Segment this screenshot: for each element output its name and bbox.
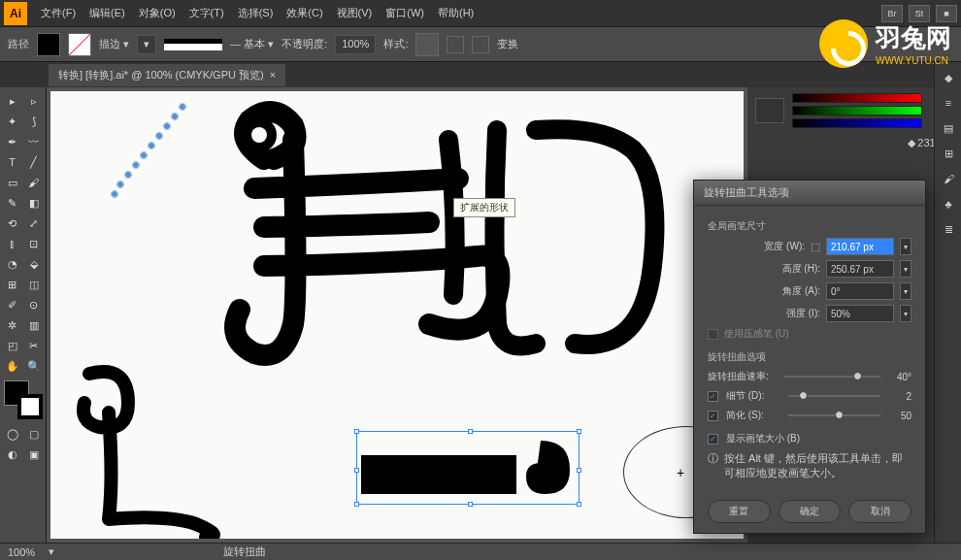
dialog-title[interactable]: 旋转扭曲工具选项	[694, 181, 925, 206]
brushes-icon[interactable]: 🖌	[939, 169, 958, 188]
brush-tool[interactable]: 🖌	[23, 173, 44, 192]
magic-wand-tool[interactable]: ✦	[2, 112, 22, 131]
detail-slider[interactable]	[788, 395, 880, 397]
width-dropdown[interactable]: ▾	[900, 238, 911, 255]
rate-value: 40°	[888, 372, 911, 382]
stroke-profile[interactable]	[164, 39, 222, 50]
line-tool[interactable]: ╱	[23, 152, 44, 172]
green-slider[interactable]	[792, 106, 922, 115]
graph-tool[interactable]: ▥	[23, 315, 44, 335]
swatches-icon[interactable]: ⊞	[939, 144, 958, 163]
ok-button[interactable]: 确定	[779, 500, 842, 523]
show-brush-checkbox[interactable]: ✓	[708, 434, 718, 445]
menu-view[interactable]: 视图(V)	[331, 2, 379, 24]
red-slider[interactable]	[792, 93, 922, 103]
simplify-checkbox[interactable]: ✓	[708, 411, 718, 421]
mesh-tool[interactable]: ⊞	[2, 275, 22, 294]
rotate-tool[interactable]: ⟲	[2, 214, 22, 233]
info-icon: ⓘ	[708, 451, 718, 480]
shape-icon[interactable]	[472, 36, 489, 53]
height-input[interactable]	[826, 260, 894, 278]
angle-label: 角度 (A):	[782, 284, 820, 298]
layers-icon[interactable]: ≡	[939, 93, 958, 113]
rectangle-tool[interactable]: ▭	[2, 173, 22, 192]
menu-help[interactable]: 帮助(H)	[432, 2, 480, 24]
menu-window[interactable]: 窗口(W)	[380, 2, 430, 24]
transform-link[interactable]: 变换	[497, 37, 518, 51]
selection-tool[interactable]: ▸	[2, 91, 22, 111]
canvas[interactable]: 扩展的形状 +	[50, 91, 744, 539]
zoom-tool[interactable]: 🔍	[23, 356, 44, 376]
height-dropdown[interactable]: ▾	[900, 260, 911, 278]
simplify-slider[interactable]	[788, 414, 880, 416]
artboard-tool[interactable]: ◰	[2, 336, 22, 355]
align-icon[interactable]	[447, 36, 464, 53]
detail-checkbox[interactable]: ✓	[708, 391, 718, 402]
watermark-url: WWW.YUTU.CN	[876, 55, 951, 66]
reset-button[interactable]: 重置	[708, 500, 771, 523]
link-icon[interactable]: ⬚	[811, 241, 820, 253]
scale-tool[interactable]: ⤢	[23, 214, 44, 233]
watermark-icon	[819, 19, 868, 68]
width-label: 宽度 (W):	[764, 240, 805, 253]
menu-object[interactable]: 对象(O)	[133, 2, 182, 24]
properties-icon[interactable]: ◆	[939, 68, 958, 87]
cancel-button[interactable]: 取消	[848, 500, 911, 523]
intensity-input[interactable]	[826, 305, 894, 322]
zoom-level[interactable]: 100%	[8, 546, 35, 558]
eraser-tool[interactable]: ◧	[23, 193, 44, 213]
menu-edit[interactable]: 编辑(E)	[83, 2, 131, 24]
eyedropper-tool[interactable]: ✐	[2, 295, 22, 314]
symbols-icon[interactable]: ♣	[939, 194, 958, 214]
free-transform-tool[interactable]: ⊡	[23, 234, 44, 253]
black-bar-shape[interactable]	[361, 455, 516, 494]
angle-dropdown[interactable]: ▾	[900, 282, 911, 300]
current-tool: 旋转扭曲	[223, 544, 266, 559]
direct-select-tool[interactable]: ▹	[23, 91, 44, 111]
opacity-value[interactable]: 100%	[335, 35, 376, 54]
close-tab-icon[interactable]: ×	[270, 69, 276, 81]
width-input[interactable]	[826, 238, 894, 255]
stroke-color[interactable]	[17, 394, 43, 419]
draw-mode[interactable]: ◯	[2, 424, 22, 444]
stroke-label[interactable]: 描边 ▾	[99, 37, 129, 51]
color-mode[interactable]: ◐	[2, 445, 22, 464]
intensity-dropdown[interactable]: ▾	[900, 305, 911, 322]
screen-mode[interactable]: ▢	[23, 424, 44, 444]
pen-tool[interactable]: ✒	[2, 132, 22, 151]
menu-select[interactable]: 选择(S)	[232, 2, 280, 24]
width-tool[interactable]: ⫿	[2, 234, 22, 253]
color-preview[interactable]	[755, 98, 784, 123]
fill-swatch[interactable]	[37, 33, 60, 56]
menu-type[interactable]: 文字(T)	[183, 2, 230, 24]
brush-def[interactable]: — 基本 ▾	[230, 37, 274, 51]
slice-tool[interactable]: ✂	[23, 336, 44, 355]
stroke-swatch[interactable]	[68, 33, 91, 56]
shaper-tool[interactable]: ✎	[2, 193, 22, 213]
swirl-shape[interactable]	[507, 436, 575, 504]
libraries-icon[interactable]: ▤	[939, 118, 958, 138]
curvature-tool[interactable]: 〰	[23, 132, 44, 151]
style-label: 样式:	[383, 37, 408, 51]
document-tab[interactable]: 转换] [转换].ai* @ 100% (CMYK/GPU 预览) ×	[49, 64, 285, 86]
fill-stroke-control[interactable]	[4, 380, 43, 419]
menu-effect[interactable]: 效果(C)	[281, 2, 328, 24]
hand-tool[interactable]: ✋	[2, 356, 22, 376]
blend-tool[interactable]: ⊙	[23, 295, 44, 314]
lasso-tool[interactable]: ⟆	[23, 112, 44, 131]
symbol-sprayer-tool[interactable]: ✲	[2, 315, 22, 335]
change-screen[interactable]: ▣	[23, 445, 44, 464]
blue-slider[interactable]	[792, 118, 922, 128]
rate-slider[interactable]	[783, 376, 880, 378]
detail-value: 2	[888, 391, 911, 402]
angle-input[interactable]	[826, 282, 894, 300]
perspective-tool[interactable]: ⬙	[23, 254, 44, 274]
gradient-tool[interactable]: ◫	[23, 275, 44, 294]
shape-builder-tool[interactable]: ◔	[2, 254, 22, 274]
type-tool[interactable]: T	[2, 152, 22, 172]
menu-file[interactable]: 文件(F)	[35, 2, 82, 24]
stroke-weight[interactable]: ▾	[137, 35, 156, 54]
height-label: 高度 (H):	[782, 262, 820, 276]
stroke-panel-icon[interactable]: ≣	[939, 219, 958, 239]
style-swatch[interactable]	[415, 33, 439, 56]
